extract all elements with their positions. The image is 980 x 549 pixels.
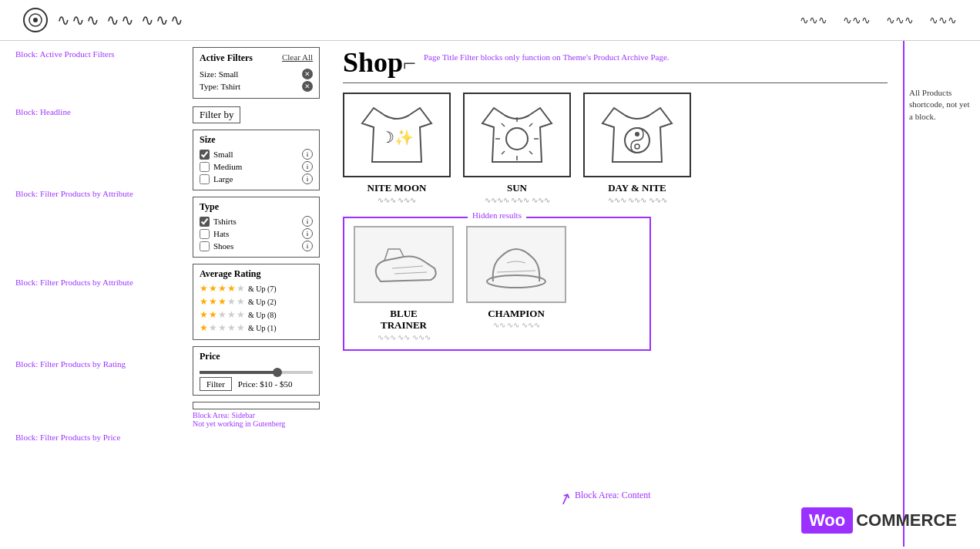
product-image-sun: [463, 93, 571, 177]
sidebar-block-note: Block Area: SidebarNot yet working in Gu…: [193, 411, 320, 428]
size-small-label: Small: [213, 150, 233, 159]
right-annotation: All Products shortcode, not yet a block.: [903, 41, 980, 547]
hidden-product-name-champion: CHAMPION: [466, 308, 566, 320]
size-small-checkbox[interactable]: [200, 150, 210, 160]
product-image-day-nite: [583, 93, 691, 177]
annotation-headline: Block: Headline: [15, 106, 169, 118]
product-squiggle-day-nite: ∿∿∿ ∿∿∿ ∿∿∿: [583, 196, 691, 204]
type-filter-section: Type Tshirts i Hats i Shoes i: [193, 197, 320, 258]
content-area: Shop ⌐ Page Title Filter blocks only fun…: [327, 41, 903, 547]
hidden-product-blue-trainer[interactable]: BLUETRAINER ∿∿∿ ∿∿ ∿∿∿: [354, 226, 454, 342]
type-shoes-checkbox[interactable]: [200, 241, 210, 251]
filter-tag-size-remove[interactable]: ✕: [302, 69, 313, 79]
size-large-label: Large: [213, 174, 233, 184]
sidebar-block-area: [193, 402, 320, 409]
price-range-slider[interactable]: [200, 371, 313, 374]
annotation-active-filters: Block: Active Product Filters: [15, 49, 169, 60]
block-area-content-label: Block Area: Content: [575, 490, 651, 501]
product-card-sun[interactable]: SUN ∿∿∿∿ ∿∿∿ ∿∿∿: [463, 93, 571, 204]
clear-all-link[interactable]: Clear All: [282, 52, 313, 64]
hidden-results-label: Hidden results: [468, 211, 526, 220]
type-hats-label: Hats: [213, 229, 229, 238]
type-tshirts-checkbox[interactable]: [200, 217, 210, 227]
price-filter-section: Price Filter Price: $10 - $50: [193, 346, 320, 396]
block-area-content-note: ↗ Block Area: Content: [559, 490, 651, 508]
nav-item-2[interactable]: ∿∿∿: [843, 14, 871, 27]
active-filters-box: Active Filters Clear All Size: Small ✕ T…: [193, 47, 320, 99]
type-hats-checkbox[interactable]: [200, 229, 210, 239]
size-medium-checkbox[interactable]: [200, 162, 210, 172]
product-name-sun: SUN: [463, 182, 571, 194]
price-filter-row: Filter Price: $10 - $50: [200, 377, 313, 391]
star-4: ★: [227, 322, 236, 334]
star-1: ★: [200, 283, 208, 295]
annotation-filter-rating: Block: Filter Products by Rating: [15, 359, 169, 370]
rating-row-1[interactable]: ★ ★ ★ ★ ★ & Up (1): [200, 322, 313, 334]
filter-tag-type-remove[interactable]: ✕: [302, 81, 313, 92]
annotation-active-filters-label: Block: Active Product Filters: [15, 49, 169, 60]
product-name-nite-moon: NITE MOON: [343, 182, 451, 194]
size-option-large: Large i: [200, 173, 313, 184]
svg-point-3: [506, 128, 528, 150]
filter-panel: Active Filters Clear All Size: Small ✕ T…: [185, 41, 327, 547]
rating-4-label: & Up (7): [248, 285, 277, 293]
star-4: ★: [227, 309, 236, 321]
filter-tag-size-label: Size: Small: [200, 69, 238, 79]
rating-row-2[interactable]: ★ ★ ★ ★ ★ & Up (8): [200, 309, 313, 321]
active-filters-title: Active Filters: [200, 52, 253, 64]
type-tshirts-label: Tshirts: [213, 217, 237, 226]
header: ∿∿∿ ∿∿ ∿∿∿ ∿∿∿ ∿∿∿ ∿∿∿ ∿∿∿: [0, 0, 980, 41]
hidden-results-container: Hidden results BLUETRAINER ∿∿∿: [343, 217, 651, 351]
right-annotation-text: All Products shortcode, not yet a block.: [909, 88, 970, 121]
nav-item-3[interactable]: ∿∿∿: [886, 14, 914, 27]
commerce-text: COMMERCE: [856, 510, 957, 530]
rating-filter-section: Average Rating ★ ★ ★ ★ ★ & Up (7) ★ ★ ★ …: [193, 264, 320, 340]
header-squiggle-left: ∿∿∿ ∿∿ ∿∿∿: [57, 11, 185, 29]
nav-item-4[interactable]: ∿∿∿: [929, 14, 957, 27]
product-card-nite-moon[interactable]: ☽✨ NITE MOON ∿∿∿ ∿∿∿: [343, 93, 451, 204]
hidden-product-squiggle-blue-trainer: ∿∿∿ ∿∿ ∿∿∿: [354, 333, 454, 342]
rating-row-3[interactable]: ★ ★ ★ ★ ★ & Up (2): [200, 296, 313, 308]
rating-row-4[interactable]: ★ ★ ★ ★ ★ & Up (7): [200, 283, 313, 295]
hidden-product-grid: BLUETRAINER ∿∿∿ ∿∿ ∿∿∿ CHAMPI: [354, 226, 640, 342]
svg-line-16: [394, 272, 427, 274]
annotation-filter-attribute-2-label: Block: Filter Products by Attribute: [15, 277, 169, 288]
star-2: ★: [209, 309, 217, 321]
product-name-day-nite: DAY & NITE: [583, 182, 691, 194]
annotation-filter-price: Block: Filter Products by Price: [15, 432, 169, 443]
hidden-product-champion[interactable]: CHAMPION ∿∿ ∿∿ ∿∿∿: [466, 226, 566, 342]
svg-point-14: [635, 144, 639, 149]
filter-tag-type: Type: Tshirt ✕: [200, 81, 313, 92]
svg-text:☽✨: ☽✨: [381, 128, 414, 147]
page-title-note: Page Title Filter blocks only function o…: [424, 52, 670, 63]
hidden-product-name-blue-trainer: BLUETRAINER: [354, 308, 454, 332]
nav-item-1[interactable]: ∿∿∿: [800, 14, 827, 27]
size-medium-label: Medium: [213, 162, 242, 171]
star-3: ★: [218, 322, 227, 334]
size-small-info: i: [302, 149, 313, 160]
product-card-day-nite[interactable]: DAY & NITE ∿∿∿ ∿∿∿ ∿∿∿: [583, 93, 691, 204]
size-filter-section: Size Small i Medium i Large i: [193, 130, 320, 190]
star-2: ★: [209, 322, 217, 334]
star-3: ★: [218, 296, 227, 308]
shop-title-group: Shop ⌐: [343, 49, 416, 76]
star-4: ★: [227, 283, 236, 295]
stars-2: ★ ★ ★ ★ ★: [200, 309, 245, 321]
filter-by-label: Filter by: [193, 106, 240, 123]
annotation-filter-rating-label: Block: Filter Products by Rating: [15, 359, 169, 370]
hidden-product-image-champion: [466, 226, 566, 303]
star-1: ★: [200, 322, 208, 334]
star-5: ★: [237, 283, 245, 295]
filter-tag-type-label: Type: Tshirt: [200, 82, 240, 91]
price-filter-button[interactable]: Filter: [200, 377, 232, 391]
size-large-info: i: [302, 173, 313, 184]
size-medium-info: i: [302, 161, 313, 172]
woocommerce-logo: Woo COMMERCE: [801, 507, 957, 534]
product-squiggle-nite-moon: ∿∿∿ ∿∿∿: [343, 196, 451, 204]
star-5: ★: [237, 322, 245, 334]
star-2: ★: [209, 283, 217, 295]
rating-filter-title: Average Rating: [200, 268, 313, 280]
annotation-headline-label: Block: Headline: [15, 106, 169, 118]
price-range-text: Price: $10 - $50: [238, 379, 293, 389]
size-large-checkbox[interactable]: [200, 174, 210, 184]
